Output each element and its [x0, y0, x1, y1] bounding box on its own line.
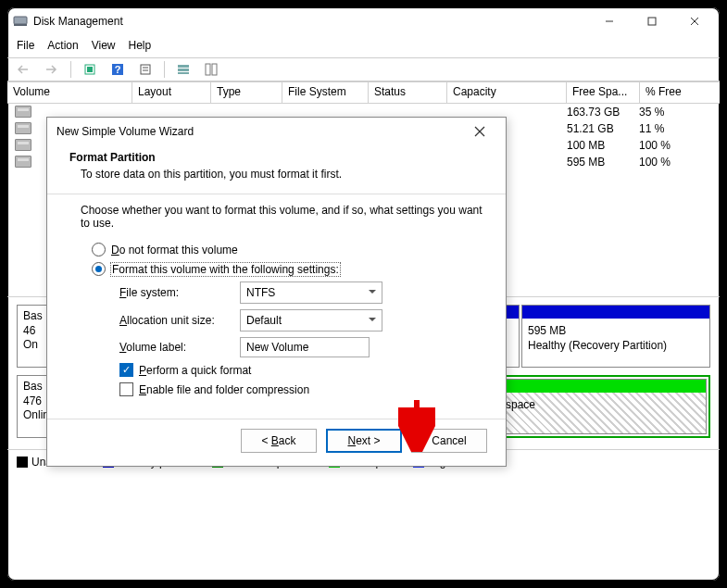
drive-icon — [15, 139, 31, 151]
titlebar: Disk Management — [7, 7, 720, 35]
volume-list-header: Volume Layout Type File System Status Ca… — [7, 81, 720, 104]
cancel-button[interactable]: Cancel — [411, 429, 487, 453]
radio-format[interactable]: Format this volume with the following se… — [92, 262, 483, 276]
radio-icon — [92, 262, 106, 276]
dialog-subheading: To store data on this partition, you mus… — [69, 168, 483, 181]
drive-icon — [15, 156, 31, 168]
partition-recovery[interactable]: 595 MB Healthy (Recovery Partition) — [521, 305, 710, 368]
svg-rect-10 — [141, 65, 150, 74]
col-capacity[interactable]: Capacity — [447, 82, 567, 103]
radio-no-format[interactable]: Do not format this volume — [92, 243, 483, 256]
help-icon[interactable]: ? — [107, 59, 129, 80]
detail-view-icon[interactable] — [200, 59, 222, 80]
menu-view[interactable]: View — [92, 39, 116, 52]
minimize-button[interactable] — [588, 7, 631, 35]
quick-format-checkbox[interactable]: ✓ Perform a quick format — [119, 363, 483, 377]
dialog-heading: Format Partition — [69, 151, 156, 164]
col-volume[interactable]: Volume — [7, 82, 132, 103]
properties-icon[interactable] — [134, 59, 157, 80]
dialog-title: New Simple Volume Wizard — [56, 125, 463, 138]
back-button[interactable]: < Back — [241, 429, 317, 453]
dialog-instruction: Choose whether you want to format this v… — [81, 204, 483, 230]
app-icon — [13, 14, 28, 29]
next-button[interactable]: Next > — [326, 429, 402, 453]
forward-icon — [41, 59, 63, 80]
svg-rect-1 — [14, 24, 27, 26]
toolbar: ? — [7, 57, 720, 81]
window-title: Disk Management — [33, 15, 588, 28]
col-status[interactable]: Status — [369, 82, 447, 103]
col-layout[interactable]: Layout — [132, 82, 211, 103]
svg-rect-3 — [648, 18, 656, 25]
compression-checkbox[interactable]: Enable file and folder compression — [119, 382, 483, 396]
wizard-dialog: New Simple Volume Wizard Format Partitio… — [46, 117, 507, 467]
free-space[interactable]: Free space — [473, 379, 707, 434]
svg-rect-16 — [206, 64, 210, 75]
radio-icon — [92, 243, 106, 256]
svg-rect-0 — [14, 17, 27, 24]
list-view-icon[interactable] — [172, 59, 194, 80]
menu-action[interactable]: Action — [47, 39, 78, 52]
col-type[interactable]: Type — [211, 82, 282, 103]
volume-label-input[interactable] — [240, 337, 370, 357]
svg-rect-13 — [178, 65, 189, 68]
checkbox-icon: ✓ — [119, 363, 133, 377]
close-button[interactable] — [673, 7, 716, 35]
svg-rect-17 — [212, 64, 217, 75]
svg-rect-14 — [178, 69, 189, 71]
checkbox-icon — [119, 382, 133, 396]
back-icon — [13, 59, 35, 80]
maximize-button[interactable] — [631, 7, 673, 35]
svg-text:?: ? — [115, 64, 121, 75]
col-free[interactable]: Free Spa... — [567, 82, 640, 103]
col-pct[interactable]: % Free — [640, 82, 720, 103]
svg-rect-15 — [178, 72, 189, 74]
close-icon[interactable] — [463, 119, 496, 144]
vl-label: Volume label: — [119, 341, 240, 354]
allocation-size-select[interactable]: Default — [240, 309, 382, 332]
drive-icon — [15, 106, 31, 118]
menu-file[interactable]: File — [17, 39, 34, 52]
au-label: Allocation unit size: — [119, 314, 240, 327]
col-fs[interactable]: File System — [282, 82, 369, 103]
refresh-icon[interactable] — [79, 59, 101, 80]
menubar: File Action View Help — [7, 35, 720, 57]
file-system-select[interactable]: NTFS — [240, 281, 382, 304]
fs-label: File system: — [119, 286, 240, 299]
menu-help[interactable]: Help — [129, 39, 152, 52]
svg-rect-7 — [87, 67, 93, 72]
drive-icon — [15, 122, 31, 134]
